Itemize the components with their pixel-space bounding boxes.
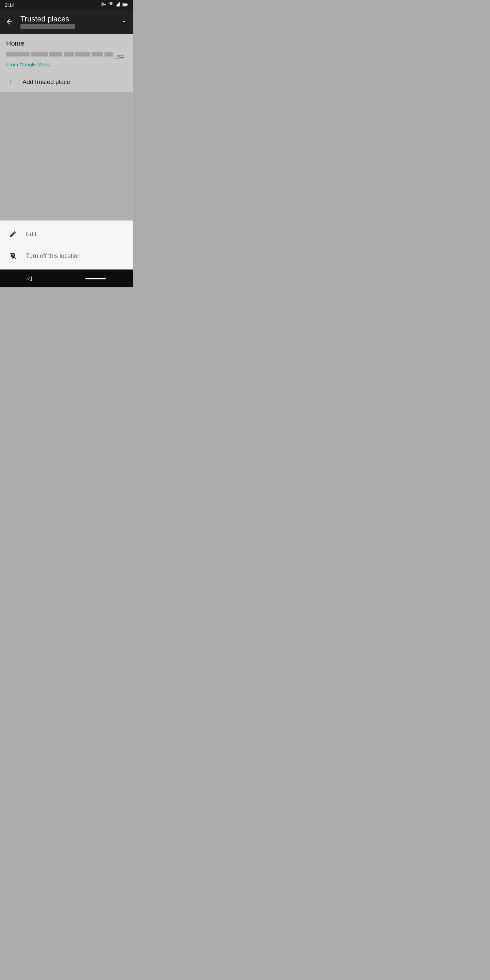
place-source: From Google Maps [6,62,50,67]
address-redacted-2 [31,52,48,56]
status-time: 2:14 [5,2,14,8]
back-button[interactable] [5,18,14,26]
edit-icon [8,229,18,239]
address-redacted-7 [105,52,113,56]
svg-rect-7 [118,3,119,6]
signal-icon [116,2,121,8]
edit-label: Edit [26,231,37,238]
turn-off-location-label: Turn off this location [26,253,81,259]
svg-rect-5 [116,5,117,6]
svg-rect-8 [119,2,121,6]
gray-fill-area [0,92,133,205]
nav-home-indicator[interactable] [86,278,106,279]
app-bar-subtitle [21,24,116,29]
dropdown-button[interactable] [121,18,127,26]
location-off-icon [8,251,18,261]
svg-rect-11 [123,4,127,6]
svg-rect-6 [117,4,118,6]
svg-point-1 [102,3,103,5]
context-menu: Edit Turn off this location [0,221,133,269]
address-redacted-4 [64,52,74,56]
status-bar: 2:14 [0,0,133,10]
menu-item-turn-off-location[interactable]: Turn off this location [0,245,133,267]
address-suffix: , USA [115,49,127,60]
svg-rect-4 [105,4,105,5]
battery-icon [123,3,128,7]
subtitle-redacted-text [21,24,75,29]
add-label: Add trusted place [22,79,70,86]
nav-back-button[interactable]: ◁ [27,275,32,282]
place-name: Home [6,40,127,47]
menu-item-edit[interactable]: Edit [0,223,133,245]
wifi-icon [108,2,114,8]
app-bar: Trusted places [0,10,133,34]
add-icon: + [6,78,16,86]
address-redacted-5 [75,52,90,56]
place-address: , USA [6,49,127,60]
nav-bar: ◁ [0,269,133,287]
svg-rect-2 [104,4,106,5]
svg-rect-3 [105,4,106,5]
address-redacted-6 [92,52,103,56]
address-redacted-3 [49,52,62,56]
address-redacted-1 [6,52,30,56]
app-bar-title-area: Trusted places [21,14,116,29]
key-icon [101,2,106,8]
place-item-home[interactable]: Home , USA From Google Maps [0,34,133,72]
svg-rect-10 [127,4,128,5]
add-trusted-place-button[interactable]: + Add trusted place [0,72,133,92]
app-bar-title: Trusted places [21,14,116,24]
status-icons [101,2,128,8]
content-area: Home , USA From Google Maps + Add truste… [0,34,133,221]
